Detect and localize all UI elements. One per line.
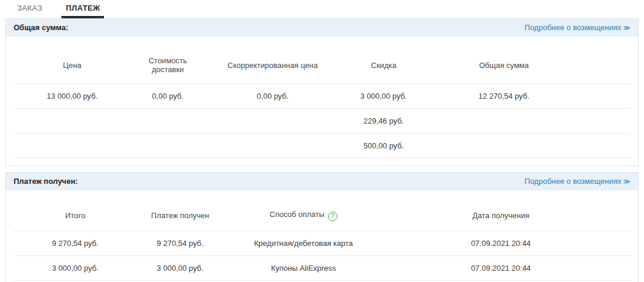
- total-amount-panel: Общая сумма: Подробнее о возмещениях≫ Це…: [5, 18, 639, 166]
- total-amount-table: ЦенаСтоимость доставкиСкорректированная …: [14, 48, 630, 158]
- table-cell-empty: [618, 231, 630, 256]
- column-header-empty: [581, 48, 630, 84]
- table-row: 500,00 руб.: [14, 134, 630, 158]
- tabs-bar: ЗАКАЗ ПЛАТЕЖ: [0, 0, 644, 18]
- column-header: Платеж получен: [137, 202, 223, 231]
- refunds-details-link-label: Подробнее о возмещениях: [525, 23, 622, 32]
- table-cell: 9 270,54 руб.: [14, 231, 137, 256]
- table-cell: [131, 109, 204, 134]
- table-header-row: ИтогоПлатеж полученСпособ оплаты?Дата по…: [14, 202, 630, 231]
- table-cell: Купоны AliExpress: [223, 256, 383, 281]
- table-cell: 12 270,54 руб.: [427, 84, 581, 109]
- table-cell: 07.09.2021 20:44: [383, 231, 618, 256]
- table-cell: Кредитная/дебетовая карта: [223, 231, 383, 256]
- column-header: Скорректированная цена: [205, 48, 341, 84]
- total-amount-panel-header: Общая сумма: Подробнее о возмещениях≫: [6, 19, 638, 37]
- panel-title: Платеж получен:: [14, 177, 78, 186]
- column-header: Скидка: [340, 48, 427, 84]
- payment-received-panel-header: Платеж получен: Подробнее о возмещениях≫: [6, 173, 638, 190]
- panel-title: Общая сумма:: [14, 23, 69, 32]
- table-cell: 07.09.2021 20:44: [383, 256, 618, 281]
- payment-received-panel: Платеж получен: Подробнее о возмещениях≫…: [5, 172, 639, 282]
- table-cell: 500,00 руб.: [340, 134, 427, 158]
- chevron-right-icon: ≫: [623, 177, 630, 186]
- column-header: Способ оплаты?: [223, 202, 383, 231]
- table-row: 229,46 руб.: [14, 109, 630, 134]
- table-cell: [205, 109, 341, 134]
- tab-order[interactable]: ЗАКАЗ: [13, 1, 46, 18]
- table-cell: [427, 109, 581, 134]
- column-header: Стоимость доставки: [131, 48, 204, 84]
- table-header-row: ЦенаСтоимость доставкиСкорректированная …: [14, 48, 630, 84]
- table-cell: 3 000,00 руб.: [340, 84, 427, 109]
- table-cell: [14, 109, 131, 134]
- table-cell: [131, 134, 204, 158]
- table-row: 13 000,00 руб.0,00 руб.0,00 руб.3 000,00…: [14, 84, 630, 109]
- table-cell: 13 000,00 руб.: [14, 84, 131, 109]
- table-cell: 3 000,00 руб.: [14, 256, 137, 281]
- table-row: 3 000,00 руб.3 000,00 руб.Купоны AliExpr…: [14, 256, 630, 281]
- refunds-details-link[interactable]: Подробнее о возмещениях≫: [525, 177, 630, 186]
- table-cell: [427, 134, 581, 158]
- refunds-details-link[interactable]: Подробнее о возмещениях≫: [525, 23, 630, 32]
- table-cell: 229,46 руб.: [340, 109, 427, 134]
- table-cell-empty: [581, 84, 630, 109]
- column-header-empty: [618, 202, 630, 231]
- chevron-right-icon: ≫: [623, 24, 630, 32]
- total-amount-panel-body: ЦенаСтоимость доставкиСкорректированная …: [6, 37, 638, 166]
- table-cell: [205, 134, 341, 158]
- table-cell: 0,00 руб.: [205, 84, 341, 109]
- payment-received-panel-body: ИтогоПлатеж полученСпособ оплаты?Дата по…: [6, 190, 638, 282]
- table-cell: 9 270,54 руб.: [137, 231, 223, 256]
- table-cell-empty: [618, 256, 630, 281]
- table-cell-empty: [581, 134, 630, 158]
- payment-received-table: ИтогоПлатеж полученСпособ оплаты?Дата по…: [14, 202, 630, 281]
- column-header: Итого: [14, 202, 137, 231]
- refunds-details-link-label: Подробнее о возмещениях: [525, 177, 622, 186]
- table-cell-empty: [581, 109, 630, 134]
- column-header: Общая сумма: [427, 48, 581, 84]
- column-header: Дата получения: [383, 202, 618, 231]
- help-icon[interactable]: ?: [328, 212, 337, 221]
- table-cell: [14, 134, 131, 158]
- table-cell: 0,00 руб.: [131, 84, 204, 109]
- table-row: 9 270,54 руб.9 270,54 руб.Кредитная/дебе…: [14, 231, 630, 256]
- table-cell: 3 000,00 руб.: [137, 256, 223, 281]
- tab-payment[interactable]: ПЛАТЕЖ: [61, 1, 104, 18]
- column-header: Цена: [14, 48, 131, 84]
